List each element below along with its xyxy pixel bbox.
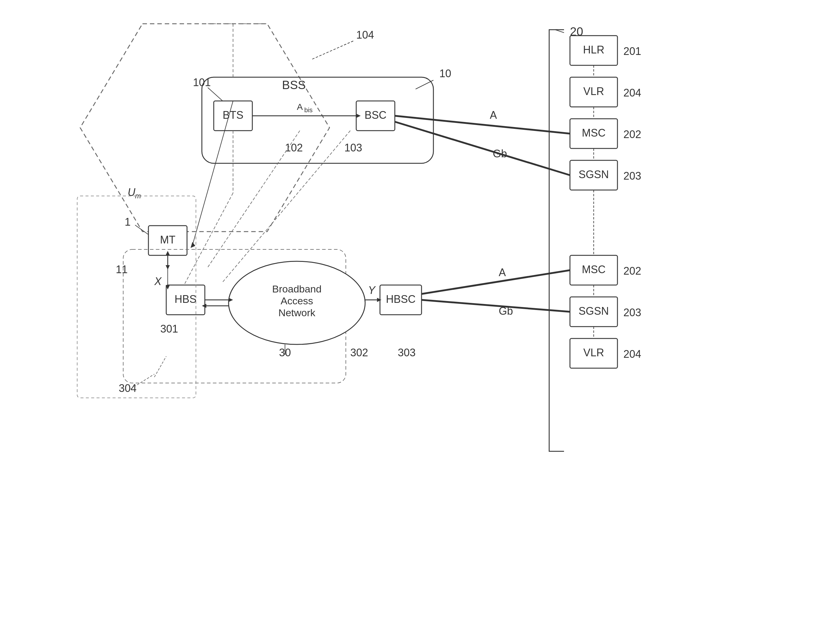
ref-303: 303	[398, 346, 416, 358]
svg-rect-0	[0, 0, 830, 644]
bts-label: BTS	[223, 109, 244, 121]
abis-sub-label: bis	[304, 106, 313, 114]
msc1-label: MSC	[582, 127, 605, 139]
ref-302: 302	[350, 346, 368, 358]
broadband-line3: Network	[279, 307, 316, 318]
ref-103: 103	[344, 142, 362, 154]
y-label: Y	[368, 284, 376, 296]
vlr2-label: VLR	[583, 346, 604, 358]
broadband-line1: Broadband	[272, 283, 322, 295]
um-label: U	[128, 186, 136, 198]
ref-203a: 203	[623, 170, 641, 182]
bss-label: BSS	[282, 78, 306, 92]
ref-202a: 202	[623, 128, 641, 140]
a-label-bottom: A	[499, 266, 506, 279]
hbsc-label: HBSC	[386, 293, 416, 305]
ref-10: 10	[439, 67, 451, 79]
diagram-container: BSS BTS BSC A bis 10 101 102 103 104 MT …	[0, 0, 830, 644]
hlr-label: HLR	[583, 44, 604, 56]
abis-label: A	[297, 102, 303, 112]
ref-1: 1	[125, 216, 131, 228]
ref-204b: 204	[623, 348, 641, 360]
ref-301: 301	[160, 323, 178, 335]
ref-202b: 202	[623, 265, 641, 277]
ref-201: 201	[623, 45, 641, 57]
ref-304: 304	[119, 382, 136, 394]
x-label: X	[154, 275, 162, 287]
sgsn2-label: SGSN	[578, 305, 609, 317]
ref-101: 101	[193, 76, 211, 89]
ref-204a: 204	[623, 87, 641, 99]
ref-104: 104	[356, 29, 374, 41]
mt-label: MT	[160, 234, 176, 246]
broadband-line2: Access	[280, 295, 313, 306]
sgsn1-label: SGSN	[578, 168, 609, 181]
ref-11: 11	[116, 263, 128, 276]
bsc-label: BSC	[364, 109, 386, 121]
hbs-label: HBS	[174, 293, 196, 305]
ref-102: 102	[285, 142, 303, 154]
vlr1-label: VLR	[583, 85, 604, 97]
gb-label-bottom: Gb	[499, 305, 513, 317]
msc2-label: MSC	[582, 263, 605, 276]
gb-label-top: Gb	[493, 148, 507, 160]
ref-203b: 203	[623, 306, 641, 319]
a-label-top: A	[490, 109, 497, 121]
